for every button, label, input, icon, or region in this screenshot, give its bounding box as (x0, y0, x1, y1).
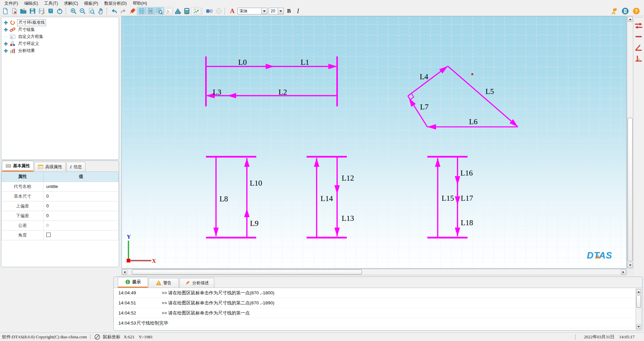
zoom-in-button[interactable] (69, 7, 78, 15)
scroll-up-button[interactable] (628, 17, 633, 22)
horizontal-scroll-thumb[interactable] (132, 270, 362, 275)
document-library-button[interactable] (46, 7, 55, 15)
dimension-label[interactable]: L17 (461, 194, 473, 203)
grid-snap-button[interactable] (146, 7, 155, 15)
menu-edit[interactable]: 编辑(E) (21, 0, 41, 7)
log-vertical-scrollbar[interactable] (636, 289, 642, 330)
canvas-vertical-scrollbar[interactable] (627, 16, 633, 269)
open-file-button[interactable] (19, 7, 28, 15)
scroll-down-button[interactable] (628, 263, 633, 268)
zoom-page-button[interactable] (87, 7, 96, 15)
menu-data-analysis[interactable]: 数据分析(D) (101, 0, 130, 7)
undo-button[interactable] (110, 7, 119, 15)
session-log-button[interactable] (621, 7, 630, 15)
scroll-up-button[interactable] (636, 289, 641, 294)
help-button[interactable]: ? (632, 7, 641, 15)
menu-file[interactable]: 文件(F) (1, 0, 21, 7)
horizontal-dimension-button[interactable] (634, 32, 643, 42)
tab-label: 信息 (73, 164, 82, 170)
redo-button[interactable] (119, 7, 128, 15)
menu-tools[interactable]: 工具(T) (41, 0, 61, 7)
dimension-label[interactable]: L10 (250, 179, 262, 188)
bold-button[interactable]: B (284, 7, 293, 15)
pan-button[interactable] (96, 7, 105, 15)
dimension-label[interactable]: L3 (213, 88, 221, 97)
canvas-horizontal-scrollbar[interactable] (121, 269, 627, 275)
property-value-basic-size[interactable]: 0 (44, 191, 119, 201)
property-value-lower-deviation[interactable]: 0 (44, 211, 119, 221)
tab-basic-properties[interactable]: 基本属性 (2, 161, 34, 172)
tab-analysis-description[interactable]: 分析描述 (179, 278, 214, 288)
link-icon (10, 27, 15, 33)
expand-icon[interactable] (4, 28, 8, 32)
tab-advanced-properties[interactable]: 高级属性 (34, 162, 66, 172)
font-family-select[interactable]: 宋体 (237, 8, 267, 14)
angle-checkbox[interactable] (46, 233, 51, 237)
table-search-button[interactable] (155, 7, 164, 15)
save-button[interactable] (28, 7, 37, 15)
font-size-dropdown-button[interactable] (278, 8, 283, 14)
tab-warnings[interactable]: 警告 (149, 278, 179, 288)
dimension-label[interactable]: L7 (420, 103, 429, 111)
dimension-label[interactable]: L18 (461, 218, 473, 227)
italic-button[interactable]: I (293, 7, 303, 15)
expand-icon[interactable] (4, 49, 8, 53)
tree-item-custom-equation-set[interactable]: fx 自定义方程集 (1, 33, 119, 40)
swap-direction-button[interactable] (634, 21, 643, 31)
scroll-right-button[interactable] (621, 270, 626, 275)
perpendicular-dimension-button[interactable] (634, 53, 643, 63)
angle-dimension-button[interactable] (634, 42, 643, 52)
calculator-button[interactable] (182, 7, 191, 15)
report-chart-button[interactable]: Oyt (191, 7, 200, 15)
dimension-label[interactable]: L5 (485, 87, 494, 96)
dimension-label[interactable]: L15 (441, 194, 454, 203)
tree-item-dimension-loop-baseline[interactable]: 尺寸环/基准线 (1, 19, 119, 26)
menu-help[interactable]: 帮助(H) (130, 0, 150, 7)
feature-points-button[interactable] (214, 7, 223, 15)
dimension-label[interactable]: L13 (341, 214, 354, 223)
zoom-out-button[interactable] (78, 7, 87, 15)
dimension-label[interactable]: L4 (420, 72, 428, 81)
dimension-label[interactable]: L2 (278, 88, 287, 97)
new-file-button[interactable] (1, 7, 10, 15)
expand-icon[interactable] (4, 21, 8, 25)
tab-hints[interactable]: 提示 (118, 277, 148, 288)
close-file-button[interactable] (10, 7, 19, 15)
dimension-label[interactable]: L0 (238, 58, 247, 67)
property-value-upper-deviation[interactable]: 0 (44, 201, 119, 211)
tree-item-dimension-loop-definition[interactable]: 尺寸环定义 (1, 40, 119, 47)
drawing-canvas[interactable]: L0 L1 L2 L3 L4 L5 L6 L7 L8 L9 L10 L12 L1… (121, 16, 627, 269)
font-size-select[interactable]: 20 (269, 8, 284, 14)
power-button[interactable] (55, 7, 64, 15)
tools-icon (610, 7, 618, 15)
menu-solve[interactable]: 求解(C) (61, 0, 81, 7)
log-scroll-thumb[interactable] (636, 295, 641, 308)
menu-template[interactable]: 模板(P) (81, 0, 101, 7)
distribution-button[interactable] (173, 7, 182, 15)
font-color-button[interactable]: A (228, 7, 237, 15)
scroll-left-button[interactable] (122, 270, 127, 275)
dimension-label[interactable]: L1 (301, 58, 309, 67)
dimension-label[interactable]: L14 (320, 194, 333, 203)
assembly-button[interactable] (205, 7, 214, 15)
dimension-label[interactable]: L12 (341, 174, 354, 183)
tree-item-dimension-chain-set[interactable]: 尺寸链集 (1, 26, 119, 33)
vertical-scroll-thumb[interactable] (628, 118, 633, 261)
main-toolbar: fx Oyt A 宋体 20 B I ? (0, 7, 644, 16)
tree-item-analysis-results[interactable]: 分析结果 (1, 47, 119, 54)
dimension-label[interactable]: L16 (460, 169, 473, 178)
scroll-down-button[interactable] (636, 324, 641, 329)
property-value-code-name[interactable]: untitle (44, 182, 119, 191)
tab-info[interactable]: i 信息 (66, 162, 86, 172)
function-fx-button[interactable]: fx (164, 7, 173, 15)
save-as-button[interactable] (37, 7, 46, 15)
dimension-label[interactable]: L8 (219, 195, 228, 203)
expand-icon[interactable] (4, 42, 8, 46)
grid-button[interactable] (137, 7, 146, 15)
dimension-label[interactable]: L9 (250, 219, 259, 228)
font-family-dropdown-button[interactable] (261, 8, 267, 14)
format-brush-button[interactable] (128, 7, 137, 15)
tools-button[interactable] (609, 7, 619, 15)
log-message: >> 请在绘图区鼠标单击作为尺寸线的第一点(870 ,-1800) (162, 290, 274, 296)
dimension-label[interactable]: L6 (469, 117, 478, 126)
